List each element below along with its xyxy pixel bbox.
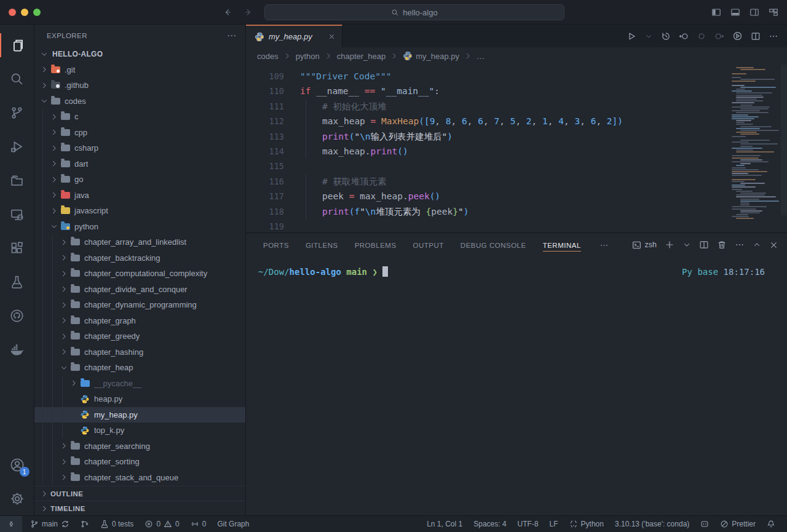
activity-bar-testing[interactable] (0, 265, 34, 299)
panel-tabs-more-icon[interactable]: ⋯ (600, 240, 609, 250)
status-problems[interactable]: 00 (139, 516, 184, 532)
code-line-110[interactable]: 110if __name__ == "__main__": (246, 84, 787, 98)
code-line-114[interactable]: 114max_heap.print() (246, 144, 787, 159)
tree-item-top-k-py[interactable]: top_k.py (34, 423, 245, 439)
terminal-shell-selector[interactable]: zsh (632, 240, 657, 250)
new-terminal-icon[interactable] (665, 240, 674, 250)
tree-item-git[interactable]: .git (34, 62, 245, 78)
tree-item-heap-py[interactable]: heap.py (34, 391, 245, 407)
navigate-forward-icon[interactable] (243, 7, 253, 17)
tree-item-javascript[interactable]: javascript (34, 203, 245, 219)
tree-item-my-heap-py[interactable]: my_heap.py (34, 407, 245, 423)
next-change-icon[interactable] (714, 31, 724, 41)
panel-tab-gitlens[interactable]: GITLENS (306, 236, 338, 254)
status-python-interpreter[interactable]: 3.10.13 ('base': conda) (609, 516, 695, 532)
tree-item-chapter-backtracking[interactable]: chapter_backtracking (34, 250, 245, 266)
activity-bar-run-and-debug[interactable] (0, 130, 34, 164)
zoom-window-button[interactable] (33, 9, 41, 16)
editor-scrollbar[interactable] (781, 65, 787, 215)
tree-item-chapter-hashing[interactable]: chapter_hashing (34, 344, 245, 360)
breadcrumb-item[interactable]: … (477, 52, 484, 61)
tree-item-chapter-stack-and-queue[interactable]: chapter_stack_and_queue (34, 470, 245, 486)
previous-change-disabled-icon[interactable] (697, 31, 706, 41)
code-line-119[interactable]: 119 (246, 219, 787, 232)
activity-bar-explorer[interactable] (0, 28, 34, 62)
tree-item-chapter-heap[interactable]: chapter_heap (34, 360, 245, 376)
tree-item-chapter-sorting[interactable]: chapter_sorting (34, 454, 245, 470)
command-center-search[interactable]: hello-algo (264, 4, 564, 20)
run-dropdown-icon[interactable] (644, 32, 653, 41)
tree-item-cpp[interactable]: cpp (34, 125, 245, 141)
sidebar-section-outline[interactable]: OUTLINE (34, 486, 245, 501)
tree-item-chapter-divide-and-conquer[interactable]: chapter_divide_and_conquer (34, 282, 245, 298)
panel-more-icon[interactable] (735, 240, 745, 250)
activity-bar-extensions[interactable] (0, 231, 34, 265)
previous-change-icon[interactable] (679, 31, 689, 41)
tree-item-python[interactable]: python (34, 219, 245, 235)
status-remote-indicator[interactable] (0, 516, 22, 532)
activity-bar-github[interactable] (0, 299, 34, 333)
activity-bar-settings[interactable] (0, 482, 34, 515)
layout-panel-icon[interactable] (730, 7, 740, 17)
status-cursor-position[interactable]: Ln 1, Col 1 (421, 516, 468, 532)
tree-item-hello-algo[interactable]: HELLO-ALGO (34, 46, 245, 62)
status-git-graph-label[interactable]: Git Graph (212, 516, 255, 532)
status-language-mode[interactable]: Python (564, 516, 609, 532)
panel-tab-ports[interactable]: PORTS (263, 236, 289, 254)
minimap[interactable] (732, 67, 780, 220)
breadcrumb-item[interactable]: chapter_heap (337, 52, 386, 61)
tree-item-csharp[interactable]: csharp (34, 140, 245, 156)
tree-item-chapter-searching[interactable]: chapter_searching (34, 439, 245, 455)
panel-tab-terminal[interactable]: TERMINAL (543, 236, 581, 254)
terminal-dropdown-icon[interactable] (682, 240, 691, 249)
sidebar-section-timeline[interactable]: TIMELINE (34, 501, 245, 515)
tree-item-chapter-dynamic-programming[interactable]: chapter_dynamic_programming (34, 297, 245, 313)
tree-item-java[interactable]: java (34, 188, 245, 204)
kill-terminal-icon[interactable] (717, 240, 727, 250)
panel-tab-debug-console[interactable]: DEBUG CONSOLE (461, 236, 526, 254)
status-extension-status[interactable] (695, 516, 714, 532)
activity-bar-source-control[interactable] (0, 96, 34, 130)
panel-tab-output[interactable]: OUTPUT (413, 236, 444, 254)
status-git-branch[interactable]: main (25, 516, 75, 532)
customize-layout-icon[interactable] (769, 7, 778, 17)
status-indentation[interactable]: Spaces: 4 (468, 516, 512, 532)
activity-bar-remote-explorer[interactable] (0, 197, 34, 231)
close-window-button[interactable] (9, 9, 16, 16)
close-panel-icon[interactable] (769, 240, 778, 250)
file-history-icon[interactable] (661, 31, 671, 41)
activity-bar-accounts[interactable]: 1 (0, 448, 34, 482)
layout-sidebar-left-icon[interactable] (711, 7, 721, 17)
tree-item-codes[interactable]: codes (34, 93, 245, 109)
split-editor-icon[interactable] (751, 31, 761, 41)
code-line-109[interactable]: 109"""Driver Code""" (246, 69, 787, 84)
status-prettier[interactable]: Prettier (714, 516, 761, 532)
terminal[interactable]: ~/Dow/hello-algo main ❯ Py base 18:17:16 (246, 256, 787, 515)
code-line-112[interactable]: 112max_heap = MaxHeap([9, 8, 6, 6, 7, 5,… (246, 114, 787, 129)
status-tests[interactable]: 0 tests (95, 516, 139, 532)
breadcrumb-item[interactable]: my_heap.py (403, 51, 459, 61)
code-editor[interactable]: 109"""Driver Code"""110if __name__ == "_… (246, 65, 787, 232)
tree-item-chapter-array-and-linkedlist[interactable]: chapter_array_and_linkedlist (34, 234, 245, 250)
status-encoding[interactable]: UTF-8 (512, 516, 544, 532)
status-git-graph-button[interactable] (75, 516, 95, 532)
code-line-118[interactable]: 118print(f"\n堆顶元素为 {peek}") (246, 204, 787, 219)
tree-item-pycache[interactable]: __pycache__ (34, 376, 245, 392)
layout-sidebar-right-icon[interactable] (749, 7, 759, 17)
breadcrumb-item[interactable]: codes (257, 52, 279, 61)
close-tab-icon[interactable] (328, 33, 336, 41)
code-line-111[interactable]: 111# 初始化大顶堆 (246, 99, 787, 114)
explorer-more-actions-icon[interactable]: ⋯ (227, 30, 237, 41)
code-line-113[interactable]: 113print("\n输入列表并建堆后") (246, 129, 787, 144)
tab-my-heap[interactable]: my_heap.py (246, 25, 342, 47)
tree-item-github[interactable]: .github (34, 77, 245, 93)
tree-item-dart[interactable]: dart (34, 156, 245, 172)
breadcrumb-item[interactable]: python (296, 52, 320, 61)
activity-bar-docker[interactable] (0, 333, 34, 367)
tree-item-go[interactable]: go (34, 172, 245, 188)
split-terminal-icon[interactable] (699, 240, 709, 250)
maximize-panel-icon[interactable] (753, 240, 761, 249)
tree-item-chapter-graph[interactable]: chapter_graph (34, 313, 245, 329)
activity-bar-search[interactable] (0, 62, 34, 96)
status-notifications[interactable] (761, 516, 781, 532)
